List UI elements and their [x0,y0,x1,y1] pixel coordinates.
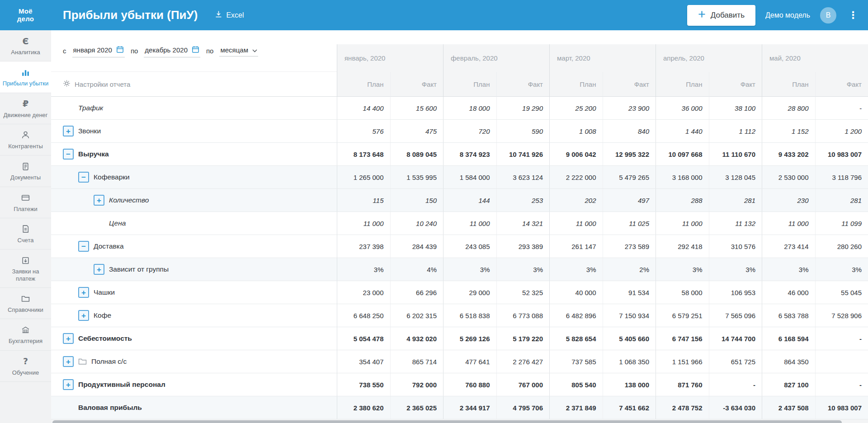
cell-plan: 11 000 [443,212,496,235]
subheader-plan: План [443,72,496,97]
cell-plan: 576 [337,120,390,142]
row-label: Продуктивный персонал [78,381,165,389]
month-header: май, 2020 [762,44,868,72]
cell-fact: 3% [496,258,550,281]
cell-fact: - [709,373,762,396]
sidebar-item-invoices[interactable]: Счета [0,218,51,249]
expand-toggle[interactable]: + [63,379,74,390]
cell-fact [815,350,868,373]
sidebar-item-counterparties[interactable]: Контрагенты [0,124,51,155]
cell-fact: 138 000 [603,373,656,396]
from-date-value: января 2020 [73,46,112,54]
cell-fact: 5 179 220 [496,327,550,350]
references-icon [21,294,30,304]
cell-fact: 3 118 796 [815,166,868,188]
row-label: Количество [109,196,149,204]
expand-toggle[interactable]: + [63,126,74,136]
calendar-icon[interactable] [116,46,124,55]
cell-plan: 6 482 896 [549,304,603,327]
cell-plan: 864 350 [762,350,815,373]
expand-toggle[interactable]: + [78,287,89,298]
cell-fact: 475 [390,120,443,142]
cell-fact: 11 132 [709,212,762,235]
cell-fact: 10 240 [390,212,443,235]
from-date-input[interactable]: января 2020 [72,45,125,57]
kebab-menu-icon[interactable]: ⋮ [846,9,860,21]
sidebar-item-profit-loss[interactable]: Прибыли убытки [0,61,51,93]
cell-fact: 14 744 700 [709,327,762,350]
cell-fact: 7 528 906 [815,304,868,327]
sidebar-item-payment-requests[interactable]: Заявки на платеж [0,249,51,288]
gear-icon [63,80,71,89]
cell-plan: 6 518 838 [443,304,496,327]
sidebar-item-label: Прибыли убытки [3,80,48,87]
cell-plan: 292 418 [656,235,709,258]
row-label: Кофе [94,311,111,320]
cell-plan: 3% [549,258,603,281]
logo-line-1: Моё [0,8,51,15]
cell-plan: 2 380 620 [337,396,390,419]
row-label-cell: +Количество [51,189,337,212]
cell-plan: 477 641 [443,350,496,373]
row-label: Зависит от группы [109,265,169,273]
expand-toggle[interactable]: + [94,264,104,275]
expand-toggle[interactable]: + [63,333,74,344]
expand-toggle[interactable]: + [63,356,74,367]
excel-label: Excel [226,11,244,19]
group-by-select[interactable]: месяцам [219,45,258,56]
cell-plan: 6 648 250 [337,304,390,327]
account-name[interactable]: Демо модель [765,11,810,19]
collapse-toggle[interactable]: − [78,241,89,252]
row-label-cell: Валовая прибыль [51,396,337,419]
add-button[interactable]: Добавить [687,5,755,26]
sidebar-item-references[interactable]: Справочники [0,288,51,319]
filter-bar: с января 2020 по декабрь 2020 по месяцам [51,30,337,72]
cell-plan: 354 407 [337,350,390,373]
sidebar-item-cash-flow[interactable]: ₽Движение денег [0,93,51,124]
expand-toggle[interactable]: + [78,310,89,321]
row-label: Доставка [94,242,124,250]
sidebar-item-training[interactable]: ?Обучение [0,351,51,382]
app-logo[interactable]: Моё дело [0,8,51,23]
cell-fact: 1 200 [815,120,868,142]
from-label: с [63,47,66,55]
invoices-icon [21,224,30,234]
cell-fact: 150 [390,189,443,212]
avatar[interactable]: В [820,7,836,24]
cell-fact: 10 983 007 [815,143,868,165]
collapse-toggle[interactable]: − [78,172,89,183]
calendar-icon[interactable] [192,46,199,55]
cell-plan: 288 [656,189,709,212]
cell-plan: 58 000 [656,281,709,304]
cell-fact: 6 773 088 [496,304,550,327]
excel-export-button[interactable]: Excel [215,10,244,20]
cell-fact: 792 000 [390,373,443,396]
cell-fact: 11 025 [603,212,656,235]
collapse-toggle[interactable]: − [63,149,74,160]
to-date-input[interactable]: декабрь 2020 [144,45,200,57]
month-header: апрель, 2020 [656,44,762,72]
table-row: +Количество11515014425320249728828123028… [51,189,868,212]
expand-toggle[interactable]: + [94,195,104,206]
cell-fact: 10 741 926 [496,143,550,165]
cell-plan: 261 147 [549,235,603,258]
cell-fact: 52 325 [496,281,550,304]
subheader-plan: План [762,72,815,97]
sidebar-item-documents[interactable]: Документы [0,155,51,187]
table-row: Цена11 00010 24011 00014 32111 00011 025… [51,212,868,235]
cell-fact: 23 900 [603,97,656,119]
horizontal-scrollbar[interactable] [51,419,868,423]
cell-plan: 1 584 000 [443,166,496,188]
report-settings-button[interactable]: Настройки отчета [51,72,337,97]
scrollbar-thumb[interactable] [52,420,842,423]
sidebar-item-analytics[interactable]: ЄАналитика [0,30,51,61]
sidebar-item-payments[interactable]: Платежи [0,187,51,218]
row-label-cell: +Кофе [51,304,337,327]
cell-fact: 3 623 124 [496,166,550,188]
cell-plan: 144 [443,189,496,212]
pl-table-body: Трафик14 40015 60018 00019 29025 20023 9… [51,97,868,419]
cell-plan: 115 [337,189,390,212]
sidebar-item-accounting[interactable]: Бухгалтерия [0,319,51,350]
cell-fact: 284 439 [390,235,443,258]
subheader-plan: План [337,72,390,97]
